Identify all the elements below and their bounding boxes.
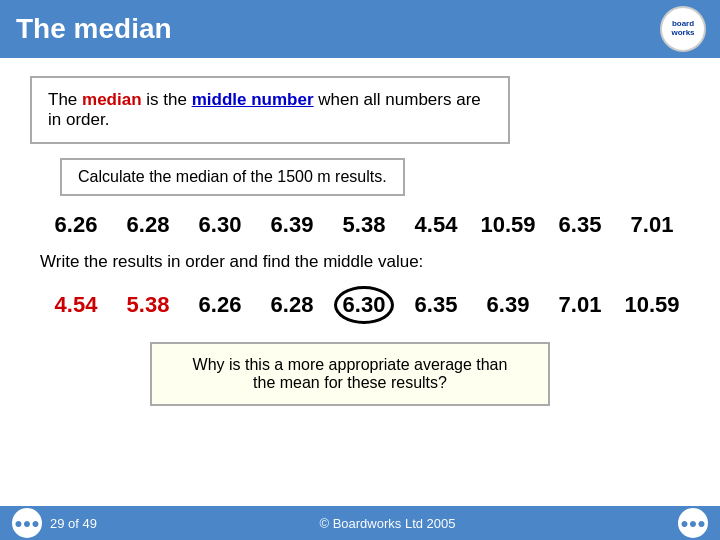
definition-median: median <box>82 90 142 109</box>
calculate-box: Calculate the median of the 1500 m resul… <box>60 158 405 196</box>
orig-num-1: 6.26 <box>40 212 112 238</box>
logo: boardworks <box>660 6 706 52</box>
ord-num-9: 10.59 <box>616 292 688 318</box>
orig-num-7: 10.59 <box>472 212 544 238</box>
ord-num-5-circled: 6.30 <box>334 286 394 324</box>
ord-num-2: 5.38 <box>112 292 184 318</box>
calculate-label: Calculate the median of the 1500 m resul… <box>78 168 387 185</box>
orig-num-2: 6.28 <box>112 212 184 238</box>
ordered-numbers-row: 4.54 5.38 6.26 6.28 6.30 6.35 6.39 7.01 … <box>30 286 690 324</box>
logo-text: boardworks <box>671 20 694 38</box>
page-info: 29 of 49 <box>50 516 97 531</box>
next-button[interactable]: ●●● <box>678 508 708 538</box>
ord-num-6: 6.35 <box>400 292 472 318</box>
definition-part1: The <box>48 90 82 109</box>
ord-num-1: 4.54 <box>40 292 112 318</box>
ord-num-4: 6.28 <box>256 292 328 318</box>
header: The median boardworks <box>0 0 720 58</box>
why-line1: Why is this a more appropriate average t… <box>193 356 508 373</box>
orig-num-6: 4.54 <box>400 212 472 238</box>
orig-num-5: 5.38 <box>328 212 400 238</box>
instruction-text: Write the results in order and find the … <box>30 252 690 272</box>
orig-num-9: 7.01 <box>616 212 688 238</box>
why-box: Why is this a more appropriate average t… <box>150 342 550 406</box>
main-content: The median is the middle number when all… <box>0 58 720 416</box>
footer-right-nav: ●●● <box>678 508 708 538</box>
orig-num-4: 6.39 <box>256 212 328 238</box>
ord-num-8: 7.01 <box>544 292 616 318</box>
definition-middle-number: middle number <box>192 90 314 109</box>
definition-box: The median is the middle number when all… <box>30 76 510 144</box>
definition-part2: is the <box>142 90 192 109</box>
prev-button[interactable]: ●●● <box>12 508 42 538</box>
footer-left-nav: ●●● 29 of 49 <box>12 508 97 538</box>
ord-num-7: 6.39 <box>472 292 544 318</box>
orig-num-3: 6.30 <box>184 212 256 238</box>
ord-num-5-wrap: 6.30 <box>328 286 400 324</box>
ord-num-3: 6.26 <box>184 292 256 318</box>
copyright: © Boardworks Ltd 2005 <box>319 516 455 531</box>
orig-num-8: 6.35 <box>544 212 616 238</box>
why-line2: the mean for these results? <box>253 374 447 391</box>
page-title: The median <box>16 13 172 45</box>
footer: ●●● 29 of 49 © Boardworks Ltd 2005 ●●● <box>0 506 720 540</box>
original-numbers-row: 6.26 6.28 6.30 6.39 5.38 4.54 10.59 6.35… <box>30 212 690 238</box>
